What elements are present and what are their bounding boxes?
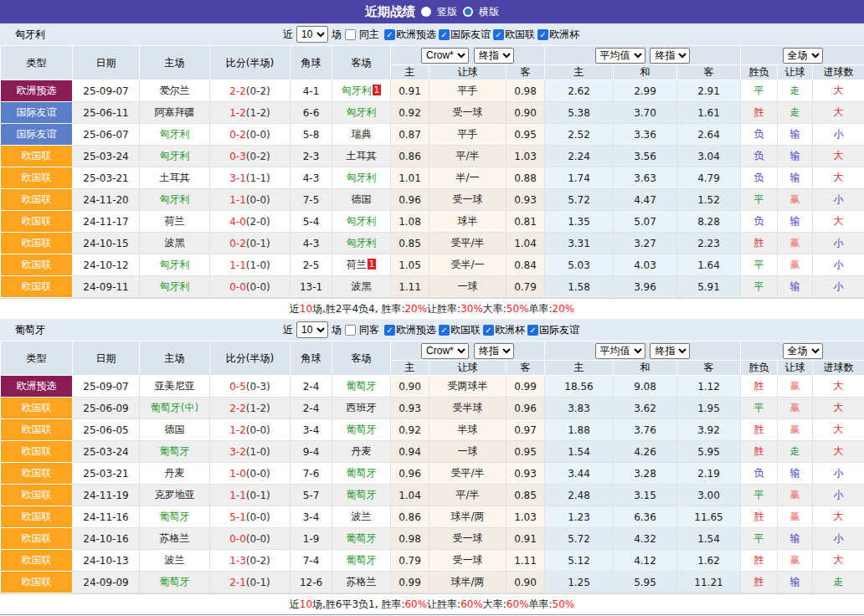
away-team-cell: 荷兰1 [332,254,391,276]
result-outcome: 胜 [741,233,778,254]
score-cell: 2-2(0-2) [210,80,291,102]
col-handicap-home: 主 [391,65,429,80]
handicap-odds-time-select[interactable]: 终指 [474,48,514,64]
summary-segment: 让胜率: [427,302,460,316]
team-name: 土耳其 [347,150,377,162]
summary-segment: 10 [300,598,312,610]
col-handicap-line: 让球 [429,361,507,376]
col-goals-result: 进球数 [813,361,864,376]
fulltime-select[interactable]: 全场 [783,343,823,359]
away-team-cell: 葡萄牙 [332,419,391,441]
handicap-home-odds: 0.79 [391,550,429,572]
avg-away-odds: 3.04 [677,146,741,167]
league-checkbox[interactable]: ✓ [439,29,450,40]
team-name: 波兰 [165,554,185,566]
bookmaker-select[interactable]: Crow* [421,48,469,64]
away-team-cell: 葡萄牙 [332,463,391,485]
handicap-home-odds: 0.90 [391,376,429,398]
avg-home-odds: 5.72 [545,189,614,211]
recent-count-select[interactable]: 10 [296,321,328,338]
corner-cell: 5-7 [291,485,332,506]
result-goals: 小 [813,485,864,506]
average-select[interactable]: 平均值 [595,48,645,64]
avg-away-odds: 1.52 [677,189,741,211]
away-team-cell: 葡萄牙 [332,376,391,398]
handicap-home-odds: 0.94 [391,441,429,463]
league-cell: 欧国联 [1,276,73,298]
avg-draw-odds: 3.56 [614,146,677,167]
average-odds-time-select[interactable]: 终指 [650,48,690,64]
corner-cell: 9-4 [291,441,332,463]
result-goals: 小 [813,233,864,254]
score-cell: 1-1(1-0) [210,254,291,276]
team-name: 阿塞拜疆 [155,106,195,118]
score-cell: 1-2(0-0) [210,419,291,441]
average-select[interactable]: 平均值 [595,343,645,359]
bookmaker-select[interactable]: Crow* [421,343,469,359]
team-name: 波黑 [352,280,372,292]
match-row: 欧国联24-09-09葡萄牙2-1(0-1)12-6苏格兰0.99球半/两0.9… [1,572,864,593]
handicap-home-odds: 1.05 [391,254,429,276]
handicap-line: 球半/两 [429,572,507,593]
summary-segment: 大率: [483,598,507,612]
match-row: 欧国联24-11-16葡萄牙5-1(0-0)3-4波兰0.86球半/两1.031… [1,506,864,528]
league-cell: 欧国联 [1,254,73,276]
result-outcome: 胜 [741,506,778,528]
handicap-line: 受一球 [429,550,507,572]
avg-draw-odds: 4.03 [614,254,677,276]
team-name: 丹麦 [165,467,185,479]
average-odds-time-select[interactable]: 终指 [650,343,690,359]
handicap-away-odds: 1.04 [507,233,545,254]
result-outcome: 胜 [741,550,778,572]
handicap-line: 受平/半 [429,233,507,254]
team-name: 葡萄牙 [347,380,377,392]
result-outcome: 负 [741,167,778,189]
recent-count-select[interactable]: 10 [296,26,328,43]
handicap-home-odds: 0.86 [391,146,429,167]
score-cell: 4-0(2-0) [210,211,291,233]
team-name: 葡萄牙 [160,511,190,522]
league-checkbox[interactable]: ✓ [384,29,395,40]
league-checkbox-label: 欧洲杯 [495,323,525,337]
corner-cell: 2-4 [291,376,332,398]
corner-cell: 5-4 [291,211,332,233]
avg-home-odds: 2.62 [545,80,614,102]
league-checkbox[interactable]: ✓ [384,325,395,336]
league-checkbox[interactable]: ✓ [493,29,504,40]
col-away: 客场 [332,46,391,80]
col-avg-away: 客 [677,65,741,80]
result-outcome: 胜 [741,419,778,441]
result-handicap: 输 [778,276,813,298]
avg-away-odds: 4.79 [677,167,741,189]
score-cell: 0-0(0-0) [210,276,291,298]
home-team-cell: 匈牙利 [140,276,210,298]
result-handicap: 赢 [778,233,813,254]
match-row: 欧国联25-06-05德国1-2(0-0)3-4葡萄牙0.92半球0.971.8… [1,419,864,441]
halftime-score: (0-0) [246,194,270,206]
near-label: 近 [283,323,293,337]
handicap-odds-time-select[interactable]: 终指 [474,343,514,359]
match-row: 欧国联24-10-15波黑0-2(0-1)4-3匈牙利0.85受平/半1.043… [1,233,864,254]
fulltime-score: 1-2 [229,107,246,119]
vertical-layout-radio[interactable] [421,7,431,17]
col-score: 比分(半场) [210,46,291,80]
games-label: 场 [332,323,342,337]
match-row: 欧洲预选25-09-07亚美尼亚0-5(0-3)2-4葡萄牙0.90受两球半0.… [1,376,864,398]
date-cell: 24-10-16 [73,528,140,550]
result-goals: 大 [813,102,864,124]
team-name: 亚美尼亚 [155,380,195,392]
same-venue-checkbox[interactable] [345,29,356,40]
league-checkbox[interactable]: ✓ [483,325,494,336]
halftime-score: (0-1) [246,238,270,249]
home-team-cell: 亚美尼亚 [140,376,210,398]
score-cell: 0-0(0-0) [210,528,291,550]
result-goals: 大 [813,167,864,189]
league-checkbox[interactable]: ✓ [537,29,548,40]
handicap-away-odds: 1.03 [507,146,545,167]
league-checkbox[interactable]: ✓ [439,325,450,336]
fulltime-select[interactable]: 全场 [783,48,823,64]
league-checkbox[interactable]: ✓ [527,325,538,336]
same-venue-checkbox[interactable] [345,325,356,336]
summary-segment: 单率: [529,598,553,612]
horizontal-layout-radio[interactable] [463,7,473,17]
